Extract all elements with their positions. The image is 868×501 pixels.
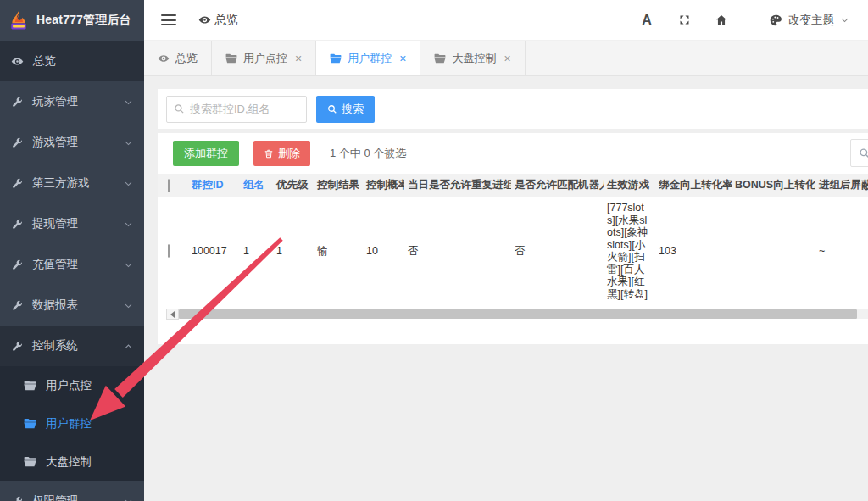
tab-overview[interactable]: 总览 <box>144 41 212 75</box>
chevron-down-icon <box>124 260 133 270</box>
selection-count-text: 1 个中 0 个被选 <box>330 146 406 161</box>
sidebar-item-withdraw-mgmt[interactable]: 提现管理 <box>0 203 144 244</box>
control-system-submenu: 用户点控 用户群控 大盘控制 <box>0 366 144 481</box>
close-icon[interactable]: × <box>504 52 510 65</box>
cell-effective-games: [777slots][水果slots][象神slots][小火箭][扫雷][百人… <box>604 197 655 305</box>
theme-switcher[interactable]: 改变主题 <box>769 13 849 28</box>
chevron-down-icon <box>124 138 133 148</box>
sidebar-item-dashboard-control[interactable]: 大盘控制 <box>0 443 144 481</box>
col-header-after-join-shield: 进组后屏蔽 <box>815 174 868 197</box>
breadcrumb-label: 总览 <box>214 13 238 28</box>
scroll-left-button[interactable] <box>166 309 179 320</box>
sidebar-item-thirdparty-games[interactable]: 第三方游戏 <box>0 163 144 203</box>
tab-user-point-control[interactable]: 用户点控 × <box>212 41 316 75</box>
eye-icon <box>158 53 170 64</box>
close-icon[interactable]: × <box>295 52 302 65</box>
sidebar-item-user-point-control[interactable]: 用户点控 <box>0 366 144 404</box>
sidebar-item-permission-mgmt[interactable]: 权限管理 <box>0 481 144 501</box>
row-checkbox[interactable] <box>168 244 170 258</box>
table-toolbar: 添加群控 删除 1 个中 0 个被选 <box>158 133 868 174</box>
horizontal-scrollbar[interactable] <box>166 308 868 320</box>
sidebar-item-label: 大盘控制 <box>46 454 92 470</box>
folder-icon <box>225 53 237 64</box>
delete-button[interactable]: 删除 <box>253 141 310 166</box>
chevron-down-icon <box>124 301 133 310</box>
wrench-icon <box>11 218 23 230</box>
fullscreen-icon[interactable] <box>665 14 703 26</box>
sidebar-item-label: 权限管理 <box>32 493 78 501</box>
cell-group-id: 100017 <box>188 197 240 305</box>
chevron-up-icon <box>124 342 133 351</box>
sidebar-item-recharge-mgmt[interactable]: 充值管理 <box>0 244 144 285</box>
sidebar-item-player-mgmt[interactable]: 玩家管理 <box>0 81 144 122</box>
add-group-button[interactable]: 添加群控 <box>173 141 239 166</box>
group-control-table: 群控ID 组名 优先级 控制结果 控制概率 当日是否允许重复进组 是否允许匹配机… <box>158 174 868 305</box>
sidebar-item-label: 玩家管理 <box>32 94 78 109</box>
col-header-bonus-up-rate: BONUS向上转化率 <box>732 174 815 197</box>
col-header-priority: 优先级 <box>273 174 314 197</box>
sidebar-item-label: 游戏管理 <box>32 135 78 150</box>
app-title: Heat777管理后台 <box>36 13 131 28</box>
select-all-checkbox[interactable] <box>168 179 170 192</box>
sidebar-item-game-mgmt[interactable]: 游戏管理 <box>0 122 144 163</box>
chevron-down-icon <box>124 179 133 188</box>
folder-icon <box>24 456 36 467</box>
main-content: 搜索 添加群控 删除 1 个中 0 个被选 <box>144 76 868 501</box>
sidebar-item-label: 数据报表 <box>32 298 78 313</box>
folder-icon <box>330 53 342 64</box>
sidebar-item-control-system[interactable]: 控制系统 <box>0 326 144 366</box>
table-header-row: 群控ID 组名 优先级 控制结果 控制概率 当日是否允许重复进组 是否允许匹配机… <box>158 174 868 197</box>
col-header-gold-up-rate: 绑金向上转化率 <box>655 174 732 197</box>
font-size-button[interactable]: A <box>628 13 665 28</box>
sidebar-item-label: 控制系统 <box>32 338 78 353</box>
search-button-label: 搜索 <box>342 102 364 117</box>
navbar-actions: A 改变主题 <box>628 13 849 28</box>
palette-icon <box>769 14 782 27</box>
cell-control-probability: 10 <box>363 197 404 305</box>
tab-dashboard-control[interactable]: 大盘控制 × <box>420 41 525 75</box>
chevron-down-icon <box>124 97 133 107</box>
sidebar-item-overview[interactable]: 总览 <box>0 41 144 81</box>
sidebar: Heat777管理后台 总览 玩家管理 游戏管理 第三方游戏 提现管理 充值管理… <box>0 0 144 501</box>
search-icon <box>174 103 185 114</box>
folder-icon <box>434 53 446 64</box>
scrollbar-track <box>857 309 868 319</box>
close-icon[interactable]: × <box>399 52 406 65</box>
trash-icon <box>264 148 274 159</box>
cell-gold-up-rate: 103 <box>655 197 732 305</box>
tab-label: 大盘控制 <box>452 51 496 66</box>
add-group-button-label: 添加群控 <box>184 146 228 161</box>
home-icon[interactable] <box>703 14 740 26</box>
chevron-down-icon <box>840 15 849 25</box>
cell-repeat-join: 否 <box>404 197 511 305</box>
flame-logo-icon <box>8 9 30 31</box>
col-header-group-id[interactable]: 群控ID <box>188 174 240 197</box>
tab-user-group-control[interactable]: 用户群控 × <box>316 41 420 75</box>
top-navbar: 总览 A 改变主题 <box>144 0 868 41</box>
wrench-icon <box>11 299 23 311</box>
col-header-control-result: 控制结果 <box>314 174 363 197</box>
wrench-icon <box>11 259 23 270</box>
search-input[interactable] <box>190 103 292 115</box>
cell-control-result: 输 <box>314 197 363 305</box>
folder-icon <box>24 418 36 429</box>
table-row[interactable]: 100017 1 1 输 10 否 否 [777slots][水果slots][… <box>158 197 868 305</box>
chevron-down-icon <box>124 497 133 501</box>
cell-group-name: 1 <box>240 197 273 305</box>
folder-icon <box>24 380 36 391</box>
wrench-icon <box>11 96 23 108</box>
scrollbar-thumb[interactable] <box>179 309 857 319</box>
sidebar-item-user-group-control[interactable]: 用户群控 <box>0 404 144 443</box>
search-button[interactable]: 搜索 <box>316 96 375 123</box>
search-input-wrapper <box>166 96 307 123</box>
search-icon <box>327 104 337 114</box>
col-header-group-name[interactable]: 组名 <box>240 174 273 197</box>
wrench-icon <box>11 495 23 501</box>
sidebar-item-label: 用户点控 <box>46 378 92 393</box>
hamburger-menu-icon[interactable] <box>161 12 176 29</box>
sidebar-item-data-reports[interactable]: 数据报表 <box>0 285 144 326</box>
breadcrumb[interactable]: 总览 <box>198 13 238 28</box>
column-search-toggle[interactable] <box>850 139 868 167</box>
wrench-icon <box>11 136 23 148</box>
eye-icon <box>11 55 24 68</box>
